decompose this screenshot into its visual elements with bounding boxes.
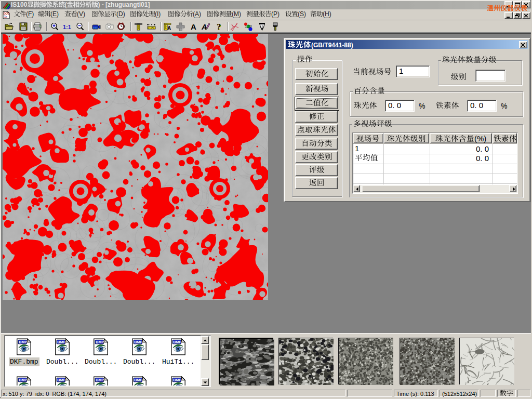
- svg-text:1: 1: [399, 66, 403, 75]
- svg-text:(E): (E): [50, 10, 59, 18]
- svg-text:IS100: IS100: [11, 1, 28, 8]
- svg-text:DOC: DOC: [4, 12, 10, 15]
- svg-text:%: %: [501, 102, 507, 110]
- svg-text:(V): (V): [77, 10, 85, 18]
- svg-text:0. 0: 0. 0: [388, 101, 401, 110]
- svg-text:(: (: [64, 1, 66, 8]
- svg-text:%: %: [419, 102, 425, 110]
- svg-text:?: ?: [217, 22, 221, 32]
- svg-text:) - [zhuguangti01]: ) - [zhuguangti01]: [98, 1, 150, 8]
- svg-text:(I): (I): [155, 10, 161, 18]
- svg-text:1: 1: [355, 144, 359, 153]
- svg-text:A: A: [202, 23, 207, 31]
- svg-text:0. 0: 0. 0: [476, 154, 489, 163]
- svg-text:1:1: 1:1: [63, 24, 71, 30]
- svg-text:A: A: [191, 22, 196, 31]
- svg-text:A: A: [167, 25, 171, 31]
- svg-text:(D): (D): [116, 10, 125, 18]
- svg-text:0. 0: 0. 0: [470, 101, 483, 110]
- svg-text:(S): (S): [298, 10, 306, 18]
- svg-text:0. 0: 0. 0: [476, 144, 489, 153]
- svg-text:(%): (%): [474, 135, 486, 143]
- svg-text:(F): (F): [26, 10, 34, 18]
- svg-text:3: 3: [249, 24, 252, 29]
- svg-text:(GB/T9441-88): (GB/T9441-88): [311, 42, 353, 49]
- svg-text:(A): (A): [193, 10, 201, 18]
- svg-text:(M): (M): [232, 10, 241, 18]
- svg-text:(P): (P): [271, 10, 280, 18]
- svg-text:(H): (H): [323, 10, 331, 18]
